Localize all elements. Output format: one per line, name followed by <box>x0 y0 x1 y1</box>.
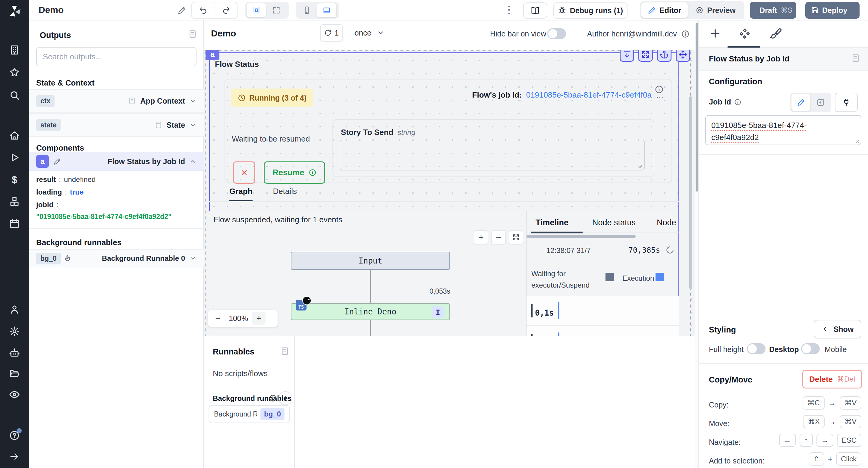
dock-bottom-icon[interactable] <box>620 50 634 62</box>
component-a-row[interactable]: a Flow Status by Job Id <box>29 152 204 171</box>
full-height-label: Full height <box>709 345 744 354</box>
move-icon[interactable] <box>676 50 690 62</box>
redo-button[interactable] <box>215 2 238 18</box>
tab-details[interactable]: Details <box>273 187 297 202</box>
expand-icon[interactable] <box>638 50 653 62</box>
connect-plug-button[interactable] <box>835 93 858 112</box>
bg0-row[interactable]: bg_0 Background Runnable 0 <box>29 249 204 267</box>
ctx-badge: ctx <box>36 95 55 107</box>
search-outputs-input[interactable] <box>36 47 196 66</box>
flow-job-id-link[interactable]: 0191085e-5baa-81ef-4774-c9ef4f0a <box>526 90 652 100</box>
workers-robot-icon[interactable] <box>9 347 20 358</box>
deno-icon <box>302 296 311 305</box>
fx-expression-button[interactable] <box>811 94 830 111</box>
desktop-view-button[interactable] <box>317 3 336 17</box>
centered-layout-button[interactable] <box>247 3 266 17</box>
outputs-title: Outputs <box>40 31 71 40</box>
graph-zoom-in-button[interactable]: + <box>474 230 488 244</box>
selected-component-title: Flow Status by Job Id <box>709 54 789 64</box>
runnables-doc-icon[interactable] <box>280 347 289 356</box>
styling-brush-tab[interactable] <box>770 28 782 40</box>
mobile-view-button[interactable] <box>297 3 316 17</box>
component-id-tab[interactable]: a <box>206 50 219 60</box>
outputs-doc-icon[interactable] <box>188 30 197 38</box>
navigate-shortcut-label: Navigate: <box>709 438 741 446</box>
tab-graph[interactable]: Graph <box>229 187 253 202</box>
users-person-icon[interactable] <box>9 304 20 315</box>
desktop-toggle[interactable] <box>801 343 820 354</box>
component-chevron-up-icon[interactable] <box>189 158 196 165</box>
collapse-arrow-icon[interactable] <box>9 451 20 462</box>
author-info-icon[interactable] <box>681 30 689 38</box>
main-scrollbar-thumb[interactable] <box>695 23 698 192</box>
card-info-icon[interactable] <box>655 85 664 94</box>
kbd-right: → <box>816 434 833 447</box>
component-name-label: Flow Status by Job Id <box>107 157 185 166</box>
app-canvas[interactable]: a Flow Status Running (3 of 4) Flow's jo… <box>204 50 695 336</box>
schedule-select[interactable]: once <box>354 25 384 40</box>
windmill-logo[interactable] <box>7 4 22 19</box>
cancel-button[interactable] <box>233 161 255 184</box>
full-height-toggle[interactable] <box>747 343 766 354</box>
variables-dollar-icon[interactable]: $ <box>9 174 20 185</box>
schedules-calendar-icon[interactable] <box>9 218 20 229</box>
zoom-in-button[interactable]: + <box>252 312 266 325</box>
help-icon[interactable] <box>9 430 20 441</box>
insert-component-plus-tab[interactable] <box>709 27 721 40</box>
job-id-info-icon[interactable] <box>734 98 741 106</box>
undo-button[interactable] <box>192 2 215 18</box>
edit-title-pencil-icon[interactable] <box>178 6 186 14</box>
kbd-esc: ESC <box>837 434 861 447</box>
runs-play-icon[interactable] <box>9 152 20 163</box>
resume-button[interactable]: Resume <box>264 161 325 184</box>
refresh-count-button[interactable]: 1 <box>320 24 343 41</box>
move-shortcut-label: Move: <box>709 419 730 428</box>
draft-button[interactable]: Draft ⌘S <box>750 2 796 19</box>
flow-node-input[interactable]: Input <box>291 252 450 270</box>
styling-show-button[interactable]: Show <box>814 320 861 338</box>
hide-bar-toggle[interactable] <box>547 28 566 39</box>
search-icon[interactable] <box>9 90 20 101</box>
flow-node-inline-deno[interactable]: Inline Deno TS I <box>291 303 450 320</box>
bg0-chevron-down-icon[interactable] <box>189 255 196 262</box>
settings-gear-icon[interactable] <box>9 326 20 337</box>
ctx-chevron-down-icon[interactable] <box>189 97 196 104</box>
bg-runnables-info-icon[interactable] <box>269 394 277 402</box>
bg-runnable-item[interactable]: Background Runna… bg_0 <box>209 405 290 423</box>
folders-icon[interactable] <box>9 368 20 379</box>
delete-button[interactable]: Delete ⌘Del <box>802 370 862 389</box>
static-edit-pencil-button[interactable] <box>792 94 810 111</box>
tab-node-defs[interactable]: Node <box>657 218 676 227</box>
graph-zoom-buttons: + − <box>474 230 523 244</box>
home-icon[interactable] <box>9 130 20 141</box>
full-width-button[interactable] <box>267 3 286 17</box>
more-menu-kebab-icon[interactable]: ⋮ <box>504 4 514 16</box>
ctx-row[interactable]: ctx App Context <box>29 89 204 113</box>
graph-zoom-out-button[interactable]: − <box>491 230 506 244</box>
job-id-textarea[interactable]: 0191085e-5baa-81ef-4774- c9ef4f0a92d2 <box>705 115 861 145</box>
component-doc-icon[interactable] <box>851 54 860 63</box>
zoom-out-button[interactable]: − <box>211 312 224 325</box>
docs-book-button[interactable] <box>523 2 547 19</box>
resources-cubes-icon[interactable] <box>9 196 20 207</box>
preview-tab[interactable]: Preview <box>689 2 742 18</box>
state-chevron-down-icon[interactable] <box>189 121 196 129</box>
tab-timeline[interactable]: Timeline <box>535 218 568 227</box>
debug-runs-button[interactable]: Debug runs (1) <box>553 2 627 19</box>
audit-eye-icon[interactable] <box>9 389 20 400</box>
canvas-vertical-scrollbar[interactable] <box>689 96 692 289</box>
editor-tab[interactable]: Editor <box>641 2 688 18</box>
graph-fullscreen-button[interactable] <box>509 230 523 244</box>
timeline-hscrollbar[interactable] <box>527 235 636 238</box>
story-textarea[interactable] <box>340 140 645 170</box>
component-settings-tab[interactable] <box>738 28 751 40</box>
anchor-icon[interactable] <box>657 50 672 62</box>
favorites-star-icon[interactable] <box>9 67 20 78</box>
add-bg-runnable-button[interactable]: + <box>278 391 292 405</box>
workspace-icon[interactable] <box>9 44 20 56</box>
component-edit-pencil-icon[interactable] <box>54 158 61 165</box>
state-type-label: State <box>167 121 185 130</box>
deploy-button[interactable]: Deploy <box>805 2 860 19</box>
tab-node-status[interactable]: Node status <box>592 218 636 227</box>
state-row[interactable]: state State <box>29 113 204 137</box>
